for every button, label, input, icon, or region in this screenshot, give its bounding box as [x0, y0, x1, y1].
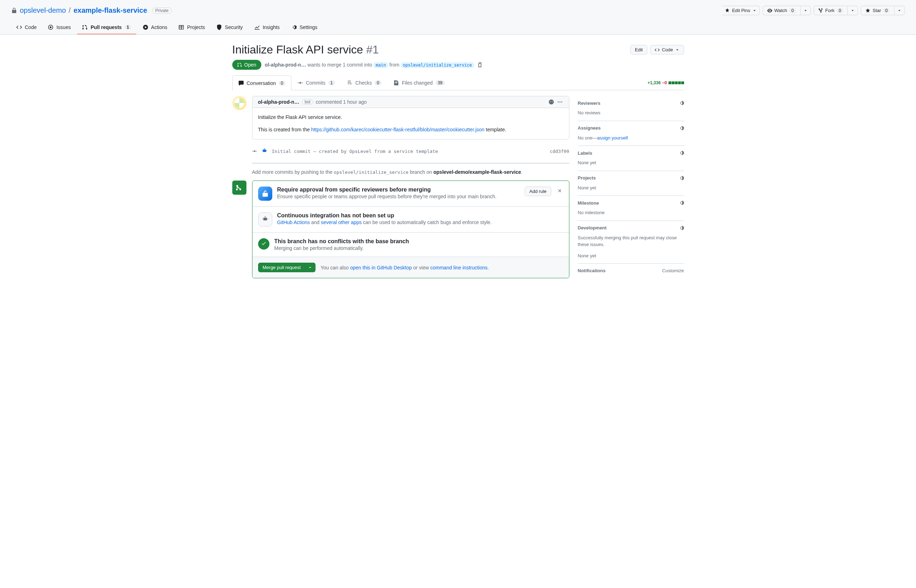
star-dropdown[interactable] — [894, 6, 905, 15]
caret-down-icon — [675, 48, 680, 52]
comment-time[interactable]: 1 hour ago — [343, 99, 367, 105]
push-hint: Add more commits by pushing to the opsle… — [252, 169, 569, 175]
copy-icon[interactable] — [478, 62, 483, 67]
gear-icon[interactable] — [679, 125, 684, 131]
comment-author[interactable]: ol-alpha-prod-n… — [258, 99, 300, 105]
gear-icon[interactable] — [679, 175, 684, 181]
diffstat: +1,336 −0 — [648, 80, 684, 85]
watch-button[interactable]: Watch 0 — [763, 6, 801, 15]
open-desktop-link[interactable]: open this in GitHub Desktop — [350, 265, 412, 270]
smile-icon[interactable] — [548, 99, 554, 105]
caret-down-icon — [897, 8, 901, 13]
code-icon — [16, 24, 22, 30]
comment-text: Initialize the Flask API service service… — [258, 114, 563, 121]
gear-icon[interactable] — [679, 200, 684, 206]
commit-icon — [252, 149, 257, 153]
head-branch[interactable]: opslevel/initialize_service — [401, 62, 474, 68]
pr-icon — [237, 62, 242, 67]
prtab-conversation[interactable]: Conversation0 — [232, 75, 291, 90]
pr-author[interactable]: ol-alpha-prod-n… — [265, 62, 306, 68]
base-branch[interactable]: main — [373, 62, 388, 68]
ci-title: Continuous integration has not been set … — [277, 212, 563, 219]
tab-code[interactable]: Code — [11, 21, 41, 34]
sidebar-reviewers: Reviewers No reviews — [578, 96, 684, 121]
merge-panel: Require approval from specific reviewers… — [252, 181, 569, 278]
star-button[interactable]: Star 0 — [861, 6, 894, 15]
sidebar-notifications: NotificationsCustomize — [578, 264, 684, 281]
ci-icon — [258, 212, 272, 226]
gha-link[interactable]: GitHub Actions — [277, 220, 310, 225]
sidebar-development: Development Successfully merging this pu… — [578, 221, 684, 264]
pr-icon — [82, 24, 88, 30]
caret-down-icon — [308, 265, 312, 270]
ci-desc: GitHub Actions and several other apps ca… — [277, 220, 563, 225]
gear-icon[interactable] — [679, 150, 684, 156]
filediff-icon — [393, 80, 399, 86]
gear-icon[interactable] — [679, 225, 684, 231]
template-link[interactable]: https://github.com/karec/cookiecutter-fl… — [311, 127, 485, 132]
commit-message[interactable]: Initial commit — created by OpsLevel fro… — [272, 149, 546, 154]
avatar[interactable] — [232, 96, 246, 110]
caret-down-icon — [753, 8, 757, 13]
tab-settings[interactable]: Settings — [286, 21, 323, 34]
sidebar-labels: Labels None yet — [578, 146, 684, 171]
success-check-icon — [258, 238, 270, 250]
timeline-divider — [252, 163, 569, 163]
pr-title: Initialize Flask API service #1 — [232, 43, 379, 56]
issue-icon — [48, 24, 53, 30]
protect-title: Require approval from specific reviewers… — [277, 187, 520, 193]
tab-security[interactable]: Security — [212, 21, 248, 34]
merge-button[interactable]: Merge pull request — [258, 263, 305, 272]
star-icon — [865, 8, 870, 13]
tab-issues[interactable]: Issues — [43, 21, 76, 34]
tab-projects[interactable]: Projects — [173, 21, 210, 34]
prtab-checks[interactable]: Checks0 — [341, 75, 387, 90]
pr-state-badge: Open — [232, 60, 261, 70]
repo-breadcrumb: opslevel-demo / example-flask-service Pr… — [11, 6, 172, 15]
tab-insights[interactable]: Insights — [249, 21, 285, 34]
code-dropdown-button[interactable]: Code — [650, 45, 684, 55]
checklist-icon — [347, 80, 353, 86]
assign-yourself-link[interactable]: assign yourself — [597, 135, 628, 141]
comment: ol-alpha-prod-n… bot commented 1 hour ag… — [252, 96, 569, 139]
caret-down-icon — [850, 8, 855, 13]
merge-status-icon — [232, 181, 246, 195]
lock-icon — [11, 8, 17, 13]
sidebar-assignees: Assignees No one—assign yourself — [578, 121, 684, 146]
commit-icon — [297, 80, 303, 86]
add-rule-button[interactable]: Add rule — [525, 187, 551, 196]
edit-pr-button[interactable]: Edit — [630, 45, 647, 55]
gear-icon[interactable] — [679, 100, 684, 106]
repo-owner-link[interactable]: opslevel-demo — [20, 6, 66, 15]
commit-sha[interactable]: cdd3f00 — [550, 149, 569, 154]
prtab-commits[interactable]: Commits1 — [291, 75, 341, 90]
comment-text: This is created from the https://github.… — [258, 126, 563, 134]
dismiss-button[interactable]: ✕ — [556, 187, 563, 195]
watch-dropdown[interactable] — [801, 6, 811, 15]
edit-pins-button[interactable]: Edit Pins — [722, 6, 759, 15]
shield-icon — [216, 24, 222, 30]
pin-icon — [725, 8, 730, 13]
other-apps-link[interactable]: several other apps — [321, 220, 362, 225]
tab-actions[interactable]: Actions — [138, 21, 173, 34]
tab-pull-requests[interactable]: Pull requests1 — [77, 21, 136, 34]
prtab-files[interactable]: Files changed39 — [387, 75, 451, 90]
fork-icon — [818, 8, 823, 13]
table-icon — [178, 24, 184, 30]
gear-icon — [291, 24, 297, 30]
customize-link[interactable]: Customize — [662, 268, 684, 273]
fork-dropdown[interactable] — [848, 6, 858, 15]
fork-button[interactable]: Fork 0 — [814, 6, 848, 15]
merge-footer-text: You can also open this in GitHub Desktop… — [320, 265, 489, 270]
code-icon — [655, 47, 660, 52]
repo-name-link[interactable]: example-flask-service — [74, 6, 147, 15]
caret-down-icon — [803, 8, 808, 13]
kebab-icon[interactable] — [558, 99, 563, 105]
mergeable-desc: Merging can be performed automatically. — [275, 246, 563, 251]
merge-dropdown[interactable] — [305, 263, 315, 272]
bot-avatar-icon[interactable] — [261, 148, 268, 154]
comment-icon — [238, 80, 244, 86]
cli-instructions-link[interactable]: command line instructions — [430, 265, 488, 270]
branch-protection-icon — [258, 187, 272, 201]
bot-label: bot — [302, 99, 313, 105]
